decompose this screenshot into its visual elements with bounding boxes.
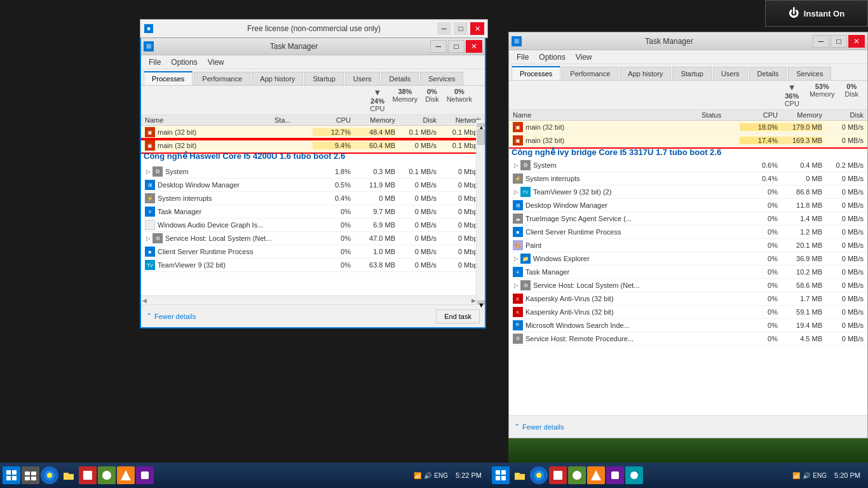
process-name: Microsoft Windows Search Inde... — [526, 322, 702, 329]
close-button[interactable]: ✕ — [470, 22, 484, 35]
table-row[interactable]: ■ Client Server Runtime Process 0% 1.0 M… — [141, 245, 485, 259]
tm-minimize-left[interactable]: ─ — [430, 40, 447, 53]
maximize-button[interactable]: □ — [454, 22, 468, 35]
table-row[interactable]: K Kaspersky Anti-Virus (32 bit) 0% 59.1 … — [509, 306, 867, 319]
folder-icon-left[interactable] — [60, 466, 78, 484]
disk-pct-left: 0% — [425, 88, 438, 95]
menu-view-right[interactable]: View — [571, 51, 597, 63]
desktop-background-right — [508, 438, 868, 463]
menu-file-left[interactable]: File — [144, 57, 166, 68]
menubar-left: File Options View — [141, 55, 485, 69]
table-row[interactable]: K Kaspersky Anti-Virus (32 bit) 0% 1.7 M… — [509, 292, 867, 306]
tab-apphistory-right[interactable]: App history — [620, 67, 671, 80]
start-button-left[interactable] — [3, 466, 20, 484]
tab-startup-left[interactable]: Startup — [304, 72, 343, 85]
app-icon-right-3[interactable] — [587, 466, 605, 484]
tab-startup-right[interactable]: Startup — [672, 67, 711, 80]
tm-minimize-right[interactable]: ─ — [813, 35, 829, 48]
cpu-pct-right: 36% — [785, 92, 799, 100]
table-row[interactable]: ▷ 📁 Windows Explorer 0% 36.9 MB 0 MB/s — [509, 252, 867, 266]
browser-icon-left[interactable] — [41, 466, 58, 484]
table-row[interactable]: ☁ TrueImage Sync Agent Service (... 0% 1… — [509, 212, 867, 226]
tab-apphistory-left[interactable]: App history — [252, 72, 303, 85]
table-row[interactable]: ≡ Task Manager 0% 10.2 MB 0 MB/s — [509, 266, 867, 279]
taskview-button-left[interactable] — [22, 466, 39, 484]
table-row[interactable]: ⊞ Desktop Window Manager 0.5% 11.9 MB 0 … — [141, 179, 485, 192]
process-icon: ⚙ — [520, 160, 531, 170]
scroll-down[interactable]: ▼ — [477, 301, 485, 304]
menu-file-right[interactable]: File — [512, 51, 534, 63]
tab-performance-left[interactable]: Performance — [194, 72, 250, 85]
tab-processes-left[interactable]: Processes — [144, 71, 193, 85]
tm-close-right[interactable]: ✕ — [848, 35, 865, 48]
table-row[interactable]: ■ Client Server Runtime Process 0% 1.2 M… — [509, 226, 867, 239]
table-row[interactable]: ▷ ⚙ Service Host: Local System (Net... 0… — [141, 232, 485, 245]
process-name: Kaspersky Anti-Virus (32 bit) — [526, 308, 702, 316]
table-row[interactable]: TV TeamViewer 9 (32 bit) 0% 63.8 MB 0 MB… — [141, 259, 485, 272]
app-icon-2-left[interactable] — [98, 466, 116, 484]
tab-users-left[interactable]: Users — [345, 72, 380, 85]
tab-details-left[interactable]: Details — [381, 72, 419, 85]
folder-icon-right[interactable] — [511, 466, 529, 484]
app-icon-right-5[interactable] — [625, 466, 643, 484]
table-row[interactable]: 🔍 Microsoft Windows Search Inde... 0% 19… — [509, 319, 867, 332]
app-icon-right-2[interactable] — [568, 466, 586, 484]
menubar-right: File Options View — [509, 50, 867, 64]
table-row[interactable]: ▷ ⚙ Service Host: Local System (Net... 0… — [509, 279, 867, 292]
process-list-right: ▣ main (32 bit) 18.0% 179.0 MB 0 MB/s ▣ … — [509, 121, 867, 415]
end-task-button[interactable]: End task — [436, 309, 480, 323]
app-icon-4-left[interactable] — [136, 466, 154, 484]
svg-rect-4 — [25, 471, 30, 475]
table-row[interactable]: ⊞ Desktop Window Manager 0% 11.8 MB 0 MB… — [509, 199, 867, 212]
process-icon: ■ — [513, 227, 523, 237]
table-row[interactable]: ▷ TV TeamViewer 9 (32 bit) (2) 0% 86.8 M… — [509, 186, 867, 199]
app-icon-1-left[interactable] — [79, 466, 97, 484]
table-row[interactable]: ⚡ System interrupts 0.4% 0 MB 0 MB/s — [509, 172, 867, 186]
app-icon-3-left[interactable] — [117, 466, 135, 484]
table-row[interactable]: ▷ ⚙ System 1.8% 0.3 MB 0.1 MB/s 0 Mbps — [141, 165, 485, 179]
browser-icon-right[interactable] — [530, 466, 548, 484]
scroll-up[interactable]: ▲ — [477, 123, 485, 127]
cpu-label-left: CPU — [370, 105, 384, 112]
table-row[interactable]: ⚙ Service Host: Remote Procedure... 0% 4… — [509, 332, 867, 346]
table-row[interactable]: ▣ main (32 bit) 18.0% 179.0 MB 0 MB/s — [509, 121, 867, 134]
table-row[interactable]: 🎨 Paint 0% 20.1 MB 0 MB/s — [509, 239, 867, 252]
app-icon-right-4[interactable] — [606, 466, 624, 484]
tab-users-right[interactable]: Users — [713, 67, 748, 80]
table-row[interactable]: ♪ Windows Audio Device Graph Is... 0% 6.… — [141, 219, 485, 232]
tabs-right: Processes Performance App history Startu… — [509, 64, 867, 81]
tab-details-right[interactable]: Details — [749, 67, 787, 80]
tm-close-left[interactable]: ✕ — [466, 40, 482, 53]
fewer-details-button-right[interactable]: ⌃ Fewer details — [514, 423, 564, 431]
process-icon: ⚡ — [145, 193, 155, 203]
app-icon-right-1[interactable] — [549, 466, 567, 484]
table-row[interactable]: ▣ main (32 bit) 12.7% 48.4 MB 0.1 MB/s 0… — [141, 126, 485, 139]
tab-performance-right[interactable]: Performance — [562, 67, 618, 80]
process-icon: ▣ — [145, 127, 155, 137]
scroll-thumb[interactable] — [477, 129, 485, 145]
process-icon: ■ — [145, 247, 155, 257]
hscrollbar-left[interactable]: ◀ ▶ — [141, 295, 476, 304]
start-button-right[interactable] — [492, 466, 510, 484]
hscroll-left[interactable]: ◀ — [142, 297, 147, 304]
table-row[interactable]: ⚡ System interrupts 0.4% 0 MB 0 MB/s 0 M… — [141, 192, 485, 205]
fewer-details-button-left[interactable]: ⌃ Fewer details — [146, 312, 196, 320]
hscroll-right[interactable]: ▶ — [471, 297, 476, 304]
minimize-button[interactable]: ─ — [437, 22, 451, 35]
table-row[interactable]: ▷ ⚙ System 0.6% 0.4 MB 0.2 MB/s — [509, 159, 867, 172]
table-row[interactable]: ▣ main (32 bit) 17.4% 169.3 MB 0 MB/s — [509, 134, 867, 147]
tm-maximize-right[interactable]: □ — [831, 35, 847, 48]
tab-services-left[interactable]: Services — [420, 72, 463, 85]
svg-rect-12 — [141, 471, 149, 479]
tm-maximize-left[interactable]: □ — [448, 40, 465, 53]
menu-view-left[interactable]: View — [203, 57, 229, 68]
menu-options-left[interactable]: Options — [166, 57, 202, 68]
table-row[interactable]: ≡ Task Manager 0% 9.7 MB 0 MB/s 0 Mbps — [141, 205, 485, 219]
table-row[interactable]: ▣ main (32 bit) 9.4% 60.4 MB 0 MB/s 0.1 … — [141, 139, 485, 152]
tab-services-right[interactable]: Services — [788, 67, 831, 80]
scrollbar-left[interactable]: ▲ ▼ — [476, 120, 485, 304]
instant-on-panel[interactable]: ⏻ Instant On — [765, 0, 868, 27]
tray-left: 📶 🔊 ENG 5:22 PM — [411, 471, 489, 479]
tab-processes-right[interactable]: Processes — [512, 66, 560, 80]
menu-options-right[interactable]: Options — [534, 51, 570, 63]
